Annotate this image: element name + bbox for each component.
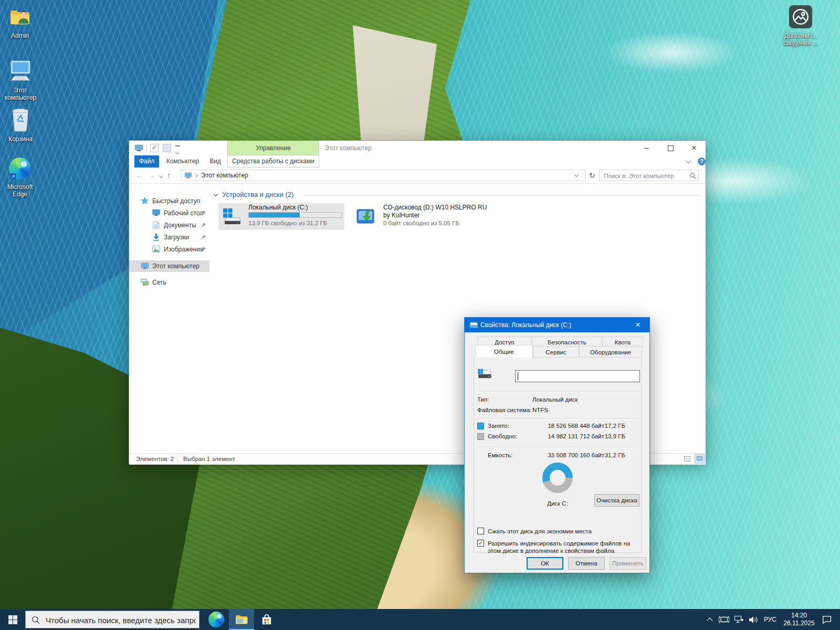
explorer-titlebar[interactable]: ✓ Управление Этот компьютер ×	[129, 141, 706, 155]
sidebar-item-pictures[interactable]: Изображения	[129, 244, 209, 255]
tray-volume-icon[interactable]	[747, 609, 761, 630]
sidebar-item-label: Изображения	[164, 244, 203, 255]
pin-icon	[201, 246, 206, 252]
ok-button[interactable]: ОК	[527, 557, 563, 570]
desktop-icon-info[interactable]: Дополнит... сведения ...	[778, 5, 823, 47]
refresh-icon[interactable]: ↻	[589, 167, 595, 183]
start-button[interactable]	[0, 609, 25, 630]
tray-network-icon[interactable]	[732, 609, 746, 630]
recent-locations-icon[interactable]	[159, 174, 163, 178]
drive-tile-d[interactable]: CD-дисковод (D:) W10 HSLPRO RU by KulHun…	[353, 203, 479, 230]
taskbar-store-button[interactable]	[254, 609, 279, 630]
sidebar-item-this-pc[interactable]: Этот компьютер	[129, 260, 209, 272]
desktop-icon-label: компьютер	[0, 94, 43, 101]
taskbar-explorer-button[interactable]	[229, 609, 254, 630]
desktop-icon-recycle-bin[interactable]: Корзина	[0, 108, 43, 143]
cancel-button[interactable]: Отмена	[568, 557, 605, 570]
tab-file[interactable]: Файл	[134, 155, 159, 167]
tab-label: Сервис	[545, 349, 566, 355]
sidebar-item-downloads[interactable]: Загрузки	[129, 232, 209, 243]
drive-icon	[477, 368, 492, 381]
drive-tile-c[interactable]: Локальный диск (C:) 13,9 ГБ свободно из …	[218, 203, 344, 230]
thumbnail-view-icon[interactable]	[695, 454, 705, 464]
tray-language-indicator[interactable]: РУС	[761, 609, 779, 630]
breadcrumb-chevron-icon	[194, 174, 198, 177]
tray-action-center[interactable]	[819, 609, 836, 630]
dialog-titlebar[interactable]: Свойства: Локальный диск (C:) ×	[465, 318, 649, 332]
tab-view[interactable]: Вид	[205, 155, 226, 167]
qat-newfolder-icon[interactable]	[163, 144, 171, 152]
ribbon-tabs: Файл Компьютер Вид Средства работы с дис…	[129, 155, 706, 168]
speaker-icon	[749, 616, 759, 624]
volume-label-input[interactable]	[515, 370, 640, 382]
back-icon[interactable]: ←	[135, 167, 143, 183]
separator	[477, 447, 639, 448]
minimize-button[interactable]	[634, 141, 658, 155]
address-bar: ← → ↑ Этот компьютер ↻	[129, 167, 706, 184]
cd-drive-icon	[355, 206, 375, 226]
ribbon-tab-manage-label: Управление	[256, 144, 291, 152]
free-size: 13,9 ГБ	[598, 433, 625, 439]
index-checkbox[interactable]: ✓	[477, 540, 484, 547]
taskbar-search[interactable]	[25, 611, 200, 628]
compress-checkbox[interactable]	[477, 528, 484, 534]
desktop-icon-admin[interactable]: Admin	[0, 6, 43, 39]
desktop-icon-label: Этот	[0, 87, 43, 94]
file-explorer-icon	[235, 613, 248, 626]
clock-date: 26.11.2025	[780, 620, 818, 627]
group-collapse-icon[interactable]	[214, 192, 218, 196]
search-icon[interactable]	[689, 172, 696, 179]
forward-icon[interactable]: →	[148, 167, 155, 183]
free-legend-swatch	[477, 433, 484, 440]
ok-label: ОК	[541, 560, 549, 566]
tray-connect-icon[interactable]	[717, 609, 731, 630]
sidebar-item-documents[interactable]: Документы	[129, 219, 209, 231]
dialog-close-icon[interactable]: ×	[626, 318, 649, 332]
sidebar-item-quick-access[interactable]: Быстрый доступ	[129, 195, 209, 207]
maximize-button[interactable]	[658, 141, 682, 155]
taskbar-search-input[interactable]	[45, 613, 197, 627]
address-dropdown-icon[interactable]	[574, 173, 579, 177]
tray-show-hidden-icons[interactable]	[705, 609, 716, 630]
drive-usage-bar	[248, 212, 342, 218]
tab-label: Безопасность	[548, 339, 586, 345]
help-icon[interactable]: ?	[698, 158, 706, 165]
tab-quota[interactable]: Квота	[602, 337, 643, 347]
tray-clock[interactable]: 14:20 26.11.2025	[780, 612, 818, 627]
tab-label: Оборудование	[590, 349, 631, 355]
sidebar-item-desktop[interactable]: Рабочий стол	[129, 207, 209, 219]
breadcrumb[interactable]: Этот компьютер	[201, 170, 248, 181]
pin-icon	[201, 222, 206, 228]
tab-disk-tools[interactable]: Средства работы с дисками	[227, 155, 319, 167]
details-view-icon[interactable]	[684, 455, 691, 463]
search-input[interactable]	[603, 171, 688, 181]
qat-properties-icon[interactable]: ✓	[150, 144, 159, 152]
ribbon-tab-manage[interactable]: Управление	[227, 141, 319, 155]
clock-time: 14:20	[780, 612, 818, 620]
language-label: РУС	[764, 616, 776, 623]
sidebar-item-network[interactable]: Сеть	[129, 277, 209, 288]
search-box[interactable]	[599, 170, 699, 181]
taskbar-edge-button[interactable]	[204, 609, 229, 630]
text-caret	[518, 372, 518, 380]
qat-customize-icon[interactable]	[175, 145, 180, 156]
capacity-bytes: 33 508 700 160 байт	[528, 452, 604, 458]
desktop-icon-this-pc[interactable]: Этот компьютер	[0, 59, 43, 101]
tab-security[interactable]: Безопасность	[532, 337, 602, 347]
taskbar: РУС 14:20 26.11.2025	[0, 609, 840, 630]
disk-cleanup-button[interactable]: Очистка диска	[594, 494, 639, 507]
tab-general[interactable]: Общие	[475, 345, 533, 358]
tab-hardware[interactable]: Оборудование	[579, 346, 642, 358]
cast-icon	[719, 615, 729, 624]
desktop-icon-edge[interactable]: ↗ Microsoft Edge	[0, 158, 43, 198]
up-icon[interactable]: ↑	[167, 167, 171, 183]
ribbon-expand-icon[interactable]	[686, 159, 691, 164]
tab-computer[interactable]: Компьютер	[163, 155, 203, 167]
close-button[interactable]: ×	[682, 141, 706, 155]
edge-icon	[208, 612, 224, 627]
sidebar-item-label: Документы	[164, 219, 196, 231]
tab-service[interactable]: Сервис	[533, 346, 579, 358]
sidebar-item-label: Загрузки	[164, 232, 189, 243]
address-box[interactable]: Этот компьютер	[181, 170, 586, 181]
apply-button[interactable]: Применить	[610, 557, 646, 570]
